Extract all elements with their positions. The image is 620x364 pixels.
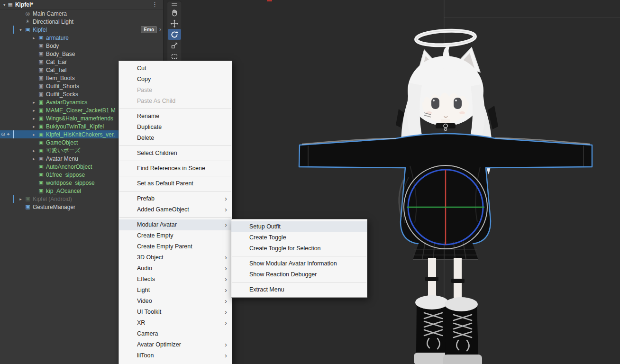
menu-item-paste-as-child[interactable]: Paste As Child: [119, 96, 232, 107]
expand-arrow-icon[interactable]: ▸: [30, 100, 37, 105]
hierarchy-row-main-camera[interactable]: ◎ Main Camera: [0, 9, 163, 18]
menu-item-create-toggle-for-selection[interactable]: Create Toggle for Selection: [231, 243, 367, 254]
expand-arrow-icon[interactable]: ▸: [30, 116, 37, 121]
menu-item-video[interactable]: Video ›: [119, 296, 232, 307]
badge-chevron-icon[interactable]: ›: [159, 27, 161, 33]
menu-item-prefab[interactable]: Prefab ›: [119, 193, 232, 204]
object-label: Kipfel: [33, 27, 47, 33]
menu-item-extract-menu[interactable]: Extract Menu: [231, 284, 367, 295]
hierarchy-row-directional-light[interactable]: ☀ Directional Light: [0, 18, 163, 26]
menu-item-effects[interactable]: Effects ›: [119, 274, 232, 285]
menu-item-light[interactable]: Light ›: [119, 285, 232, 296]
prefab-cube-icon: ▣: [37, 107, 45, 114]
rotate-gizmo[interactable]: [404, 165, 487, 249]
menu-item-label: Copy: [137, 76, 151, 82]
menu-item-3d-object[interactable]: 3D Object ›: [119, 252, 232, 263]
object-label: worldpose_sippose: [46, 180, 95, 186]
menu-item-create-toggle[interactable]: Create Toggle: [231, 232, 367, 243]
scene-name: Kipfel*: [15, 1, 33, 8]
menu-item-setup-outfit[interactable]: Setup Outfit: [231, 221, 367, 232]
menu-item-label: Set as Default Parent: [137, 180, 193, 187]
menu-item-audio[interactable]: Audio ›: [119, 263, 232, 274]
hierarchy-row-body-base[interactable]: ▣ Body_Base: [0, 50, 163, 58]
menu-item-label: Create Toggle: [249, 234, 286, 241]
expand-arrow-icon[interactable]: ▸: [30, 132, 37, 137]
menu-item-avatar-optimizer[interactable]: Avatar Optimizer ›: [119, 339, 232, 350]
expand-arrow-icon[interactable]: ▸: [30, 108, 37, 113]
cube-icon: ▣: [37, 42, 45, 49]
menu-item-duplicate[interactable]: Duplicate: [119, 122, 232, 133]
hierarchy-row-kipfel[interactable]: ▾ ▣ Kipfel Emo›: [0, 26, 163, 34]
menu-item-cut[interactable]: Cut: [119, 63, 232, 74]
cube-icon: ▣: [37, 155, 45, 162]
prefab-cube-icon: ▣: [24, 26, 31, 33]
prefab-override-bar: [13, 195, 14, 203]
menu-item-ui-toolkit[interactable]: UI Toolkit ›: [119, 307, 232, 318]
scene-tool-strip: [167, 1, 182, 64]
scene-icon: ▦: [8, 1, 13, 8]
move-tool-button[interactable]: [168, 18, 181, 29]
toolbar-drag-handle-icon[interactable]: [167, 1, 182, 7]
submenu-arrow-icon: ›: [225, 295, 227, 306]
boots: [414, 295, 482, 364]
menu-item-paste[interactable]: Paste: [119, 85, 232, 96]
menu-item-camera[interactable]: Camera: [119, 328, 232, 339]
submenu-arrow-icon: ›: [225, 306, 227, 317]
scene-expand-arrow-icon[interactable]: ▾: [3, 2, 6, 7]
choker: [436, 123, 456, 131]
modular-avatar-submenu: Setup Outfit Create Toggle Create Toggle…: [231, 219, 367, 298]
menu-item-label: Duplicate: [137, 124, 162, 130]
menu-item-xr[interactable]: XR ›: [119, 318, 232, 328]
menu-item-label: Added GameObject: [137, 206, 189, 213]
expand-arrow-icon[interactable]: ▸: [30, 156, 37, 161]
menu-item-rename[interactable]: Rename: [119, 111, 232, 122]
menu-item-show-modular-avatar-information[interactable]: Show Modular Avatar Information: [231, 258, 367, 269]
menu-item-liltoon[interactable]: lilToon ›: [119, 350, 232, 361]
submenu-arrow-icon: ›: [225, 317, 227, 328]
menu-item-show-reaction-debugger[interactable]: Show Reaction Debugger: [231, 269, 367, 280]
menu-item-find-references-in-scene[interactable]: Find References in Scene: [119, 163, 232, 174]
emo-badge[interactable]: Emo: [141, 26, 157, 33]
menu-item-set-as-default-parent[interactable]: Set as Default Parent: [119, 178, 232, 189]
menu-item-delete[interactable]: Delete: [119, 133, 232, 144]
hand-icon: [170, 8, 179, 18]
menu-item-label: Prefab: [137, 195, 155, 202]
scale-tool-button[interactable]: [168, 40, 181, 51]
menu-item-label: Show Reaction Debugger: [249, 271, 317, 278]
kebab-menu-icon[interactable]: ⋮: [152, 1, 158, 8]
view-tool-button[interactable]: [168, 7, 181, 18]
menu-item-modular-avatar[interactable]: Modular Avatar ›: [119, 219, 232, 230]
expand-arrow-icon[interactable]: ▸: [17, 197, 24, 201]
hierarchy-row-body[interactable]: ▣ Body: [0, 42, 163, 50]
expand-arrow-icon[interactable]: ▸: [30, 36, 37, 40]
cube-icon: ▣: [37, 58, 45, 65]
menu-item-label: 3D Object: [137, 254, 164, 261]
hierarchy-row-armature[interactable]: ▸ ▣ armature: [0, 34, 163, 42]
object-label: Kipfel (Android): [33, 196, 72, 202]
rect-tool-button[interactable]: [168, 51, 181, 62]
visibility-eye-icon[interactable]: ⊙: [1, 131, 5, 137]
menu-item-select-children[interactable]: Select Children: [119, 148, 232, 159]
expand-arrow-icon[interactable]: ▾: [17, 27, 24, 32]
scale-icon: [170, 41, 179, 50]
pickability-icon[interactable]: ⌖: [7, 131, 9, 137]
menu-item-create-empty-parent[interactable]: Create Empty Parent: [119, 241, 232, 252]
halo: [416, 29, 475, 46]
expand-arrow-icon[interactable]: ▸: [30, 124, 37, 129]
menu-item-added-gameobject[interactable]: Added GameObject ›: [119, 204, 232, 215]
cube-icon: ▣: [37, 74, 45, 82]
menu-item-copy[interactable]: Copy: [119, 74, 232, 85]
object-label: Body_Base: [46, 51, 75, 57]
menu-item-create-empty[interactable]: Create Empty: [119, 230, 232, 241]
prefab-cube-icon: ▣: [37, 131, 45, 138]
scene-header-row[interactable]: ▾ ▦ Kipfel* ⋮: [0, 0, 163, 9]
menu-separator: [232, 282, 366, 282]
prefab-cube-icon: ▣: [37, 187, 45, 194]
menu-item-label: Show Modular Avatar Information: [249, 260, 337, 267]
rotate-tool-button[interactable]: [168, 29, 181, 40]
submenu-arrow-icon: ›: [225, 350, 227, 361]
menu-item-label: Paste: [137, 87, 152, 93]
submenu-arrow-icon: ›: [225, 252, 227, 263]
light-icon: ☀: [24, 18, 31, 25]
expand-arrow-icon[interactable]: ▸: [30, 148, 37, 153]
